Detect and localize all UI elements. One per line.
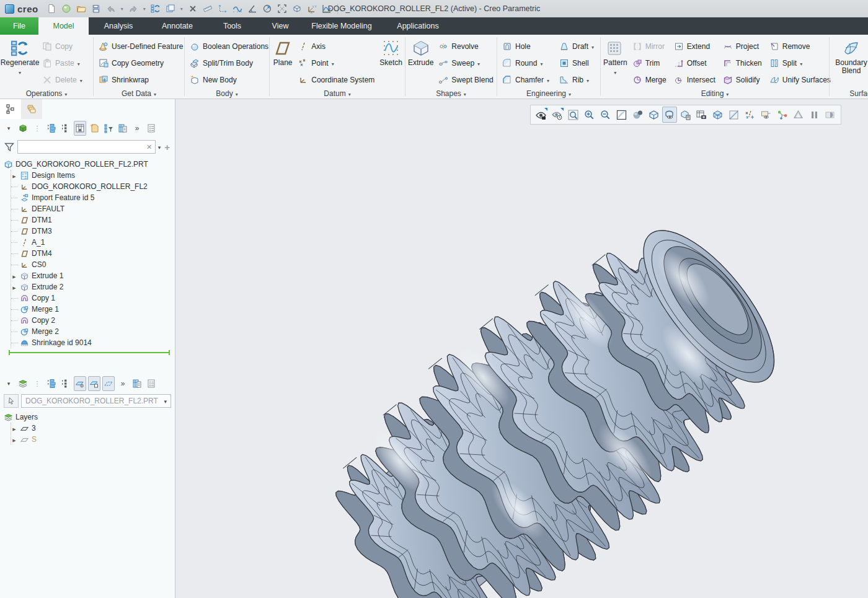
remove-button[interactable]: Remove bbox=[767, 38, 833, 55]
round-button[interactable]: Round bbox=[500, 55, 554, 71]
delete-button[interactable]: Delete bbox=[40, 71, 85, 88]
merge-button[interactable]: Merge bbox=[630, 71, 669, 88]
hole-button[interactable]: Hole bbox=[500, 38, 554, 55]
graphics-viewport[interactable] bbox=[176, 99, 868, 598]
solidify-button[interactable]: Solidify bbox=[720, 71, 764, 88]
model-tree-tab[interactable] bbox=[0, 99, 21, 119]
group-label-editing[interactable]: Editing bbox=[601, 88, 829, 99]
zoom-in-icon[interactable] bbox=[582, 107, 597, 123]
tree-item-import-feature[interactable]: Import Feature id 5 bbox=[11, 192, 175, 203]
tree-item-cs0[interactable]: CS0 bbox=[11, 259, 175, 270]
pattern-dropdown[interactable] bbox=[614, 68, 616, 77]
expand-tree-icon[interactable] bbox=[45, 121, 58, 136]
section-icon[interactable] bbox=[727, 107, 742, 123]
intersect-button[interactable]: Intersect bbox=[671, 71, 718, 88]
measure-curve-icon[interactable] bbox=[231, 2, 244, 15]
volume-box-icon[interactable] bbox=[290, 2, 304, 15]
project-button[interactable]: Project bbox=[720, 38, 764, 55]
new-file-icon[interactable] bbox=[45, 2, 58, 15]
refit-icon[interactable] bbox=[566, 107, 581, 123]
visibility-history-icon[interactable] bbox=[550, 107, 565, 123]
copy-geometry-button[interactable]: Copy Geometry bbox=[96, 55, 185, 71]
new-body-button[interactable]: New Body bbox=[187, 71, 271, 88]
tab-view[interactable]: View bbox=[258, 17, 303, 35]
axis-button[interactable]: Axis bbox=[296, 38, 377, 55]
regenerate-dropdown[interactable] bbox=[19, 68, 21, 77]
show-unused-layers-toggle[interactable] bbox=[102, 376, 115, 391]
coordinate-system-button[interactable]: Coordinate System bbox=[296, 71, 377, 88]
tree-menu-dropdown[interactable] bbox=[2, 121, 15, 136]
draft-button[interactable]: Draft bbox=[557, 38, 596, 55]
expander-icon[interactable] bbox=[11, 271, 17, 280]
split-trim-body-button[interactable]: Split/Trim Body bbox=[187, 55, 271, 71]
clip-icon[interactable] bbox=[823, 107, 838, 123]
3d-model-roller[interactable] bbox=[176, 99, 868, 598]
clear-search-icon[interactable] bbox=[144, 143, 155, 151]
tree-item-shrinkage[interactable]: Shrinkage id 9014 bbox=[11, 337, 175, 348]
group-label-shapes[interactable]: Shapes bbox=[405, 88, 497, 99]
active-model-icon[interactable] bbox=[17, 121, 29, 136]
layers-menu-dropdown[interactable] bbox=[2, 376, 15, 391]
sweep-button[interactable]: Sweep bbox=[436, 55, 495, 71]
tab-analysis[interactable]: Analysis bbox=[89, 17, 148, 35]
tree-filters-icon[interactable] bbox=[102, 121, 115, 136]
layer-doc-settings-icon[interactable] bbox=[145, 376, 157, 391]
boundary-blend-button[interactable]: Boundary Blend bbox=[832, 37, 868, 88]
boolean-operations-button[interactable]: Boolean Operations bbox=[187, 38, 271, 55]
toolbar-overflow[interactable] bbox=[131, 121, 143, 136]
analysis-graph-icon[interactable] bbox=[320, 2, 334, 15]
repaint-icon[interactable] bbox=[614, 107, 629, 123]
mirror-button[interactable]: Mirror bbox=[630, 38, 669, 55]
copy-button[interactable]: Copy bbox=[40, 38, 85, 55]
undo-dropdown[interactable] bbox=[119, 2, 125, 15]
show-hide-icon[interactable] bbox=[534, 107, 549, 123]
shading-style-icon[interactable] bbox=[630, 107, 645, 123]
tree-item-csys-main[interactable]: DOG_KOROKORO_ROLLER_FL2 bbox=[11, 181, 175, 192]
rib-button[interactable]: Rib bbox=[557, 71, 596, 88]
datum-display-filters-icon[interactable] bbox=[743, 107, 758, 123]
expander-icon[interactable] bbox=[11, 435, 17, 444]
sketch-button[interactable]: Sketch bbox=[379, 37, 402, 88]
layer-settings-icon[interactable] bbox=[131, 376, 143, 391]
tree-settings-doc-icon[interactable] bbox=[145, 121, 157, 136]
group-label-get-data[interactable]: Get Data bbox=[94, 88, 184, 99]
plane-button[interactable]: Plane bbox=[272, 37, 293, 88]
layers-root[interactable]: Layers bbox=[4, 411, 175, 423]
thicken-button[interactable]: Thicken bbox=[720, 55, 764, 71]
layer-model-combobox[interactable]: DOG_KOROKORO_ROLLER_FL2.PRT bbox=[21, 394, 171, 408]
tab-flexible-modeling[interactable]: Flexible Modeling bbox=[303, 17, 381, 35]
view-manager-icon[interactable] bbox=[662, 107, 677, 123]
regenerate-button[interactable]: Regenerate bbox=[2, 37, 37, 88]
group-label-body[interactable]: Body bbox=[185, 88, 269, 99]
tree-item-dtm3[interactable]: DTM3 bbox=[11, 226, 175, 237]
add-filter-icon[interactable] bbox=[163, 142, 171, 152]
expander-icon[interactable] bbox=[11, 424, 17, 433]
open-session-icon[interactable] bbox=[60, 2, 73, 15]
csys-xyz-icon[interactable] bbox=[305, 2, 319, 15]
extend-button[interactable]: Extend bbox=[671, 38, 718, 55]
measure-icon[interactable] bbox=[201, 2, 215, 15]
chamfer-button[interactable]: Chamfer bbox=[500, 71, 554, 88]
feature-requirements-icon[interactable] bbox=[88, 121, 100, 136]
combobox-dropdown-icon[interactable] bbox=[164, 397, 167, 405]
tree-root[interactable]: DOG_KOROKORO_ROLLER_FL2.PRT bbox=[4, 159, 175, 170]
search-options-dropdown[interactable] bbox=[158, 143, 161, 151]
tree-item-design-items[interactable]: Design Items bbox=[11, 170, 175, 181]
swept-blend-button[interactable]: Swept Blend bbox=[436, 71, 495, 88]
tree-item-merge1[interactable]: Merge 1 bbox=[11, 304, 175, 315]
collapse-tree-icon[interactable] bbox=[60, 121, 72, 136]
split-button[interactable]: Split bbox=[767, 55, 833, 71]
close-window-icon[interactable] bbox=[186, 2, 200, 15]
named-views-icon[interactable] bbox=[646, 107, 661, 123]
pause-icon[interactable] bbox=[807, 107, 822, 123]
tab-model[interactable]: Model bbox=[38, 17, 89, 35]
tree-item-default-csys[interactable]: DEFAULT bbox=[11, 203, 175, 214]
revolve-button[interactable]: Revolve bbox=[436, 38, 495, 55]
show-item-layers-toggle[interactable] bbox=[88, 376, 100, 391]
measure-distance-icon[interactable] bbox=[216, 2, 229, 15]
tree-item-copy1[interactable]: Copy 1 bbox=[11, 292, 175, 304]
spin-center-icon[interactable] bbox=[774, 107, 789, 123]
group-label-operations[interactable]: Operations bbox=[0, 88, 93, 99]
undo-icon[interactable] bbox=[104, 2, 118, 15]
layer-item-s[interactable]: S bbox=[11, 434, 175, 445]
